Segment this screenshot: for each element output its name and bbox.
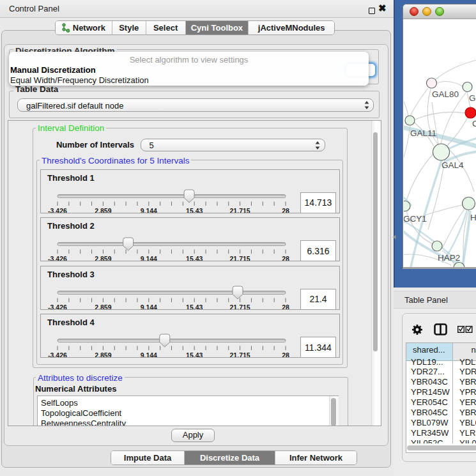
svg-text:-3.426: -3.426: [48, 255, 67, 261]
svg-text:21.715: 21.715: [230, 255, 250, 261]
svg-text:GAL80: GAL80: [432, 89, 459, 99]
svg-text:21.715: 21.715: [230, 207, 250, 213]
svg-text:GAL4: GAL4: [441, 160, 464, 170]
svg-text:GCY1: GCY1: [404, 214, 427, 224]
svg-text:-3.426: -3.426: [48, 207, 67, 213]
svg-text:GAL11: GAL11: [410, 128, 436, 138]
svg-text:-3.426: -3.426: [48, 351, 67, 357]
svg-text:28: 28: [282, 255, 289, 261]
svg-text:28: 28: [282, 351, 289, 357]
svg-text:C: C: [472, 119, 476, 128]
svg-text:2.859: 2.859: [95, 351, 111, 357]
svg-text:2.859: 2.859: [95, 255, 111, 261]
svg-text:15.43: 15.43: [186, 255, 203, 261]
svg-text:-3.426: -3.426: [48, 303, 67, 309]
svg-text:9.144: 9.144: [141, 351, 157, 357]
svg-text:9.144: 9.144: [141, 255, 157, 261]
svg-text:2.859: 2.859: [95, 207, 111, 213]
svg-text:9.144: 9.144: [141, 207, 157, 213]
svg-text:2.859: 2.859: [95, 303, 111, 309]
svg-text:28: 28: [282, 207, 289, 213]
svg-text:9.144: 9.144: [141, 303, 157, 309]
svg-text:15.43: 15.43: [186, 351, 203, 357]
svg-text:15.43: 15.43: [186, 303, 203, 309]
svg-text:28: 28: [282, 303, 289, 309]
svg-text:HAP2: HAP2: [438, 253, 460, 263]
svg-text:21.715: 21.715: [230, 351, 250, 357]
svg-text:15.43: 15.43: [186, 207, 203, 213]
svg-text:21.715: 21.715: [230, 303, 250, 309]
svg-text:G.: G.: [469, 93, 476, 103]
svg-text:H: H: [470, 213, 476, 222]
